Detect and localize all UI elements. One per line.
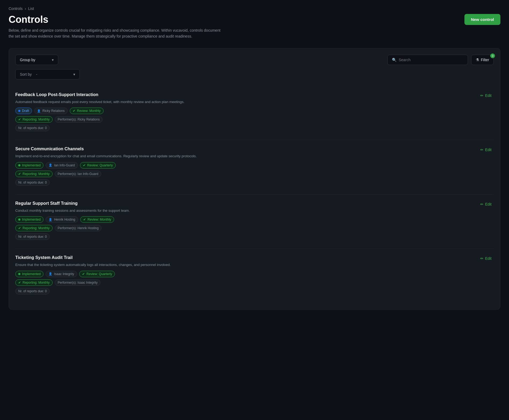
tags-row-reports: Nr. of reports due: 0 (15, 125, 478, 131)
group-by-dropdown[interactable]: Group by ▾ (15, 55, 58, 65)
tags-row-primary: Draft 👤 Ricky Relations ✔ Review: Monthl… (15, 108, 478, 114)
filter-icon: ⚗ (476, 58, 479, 62)
person-tag: 👤 Henrik Hosting (46, 216, 78, 223)
search-icon: 🔍 (392, 58, 397, 62)
tags-row-primary: Implemented 👤 Isaac Integrity ✔ Review: … (15, 271, 478, 277)
controls-panel: Group by ▾ 🔍 ⚗ Filter 0 Sort by - ▾ (9, 48, 500, 310)
search-input[interactable] (399, 58, 463, 62)
edit-icon: ✏ (480, 148, 483, 152)
tags-row-secondary: ✔ Reporting: Monthly Performer(s): Ian I… (15, 171, 478, 177)
chevron-down-icon: ▾ (52, 58, 54, 62)
breadcrumb: Controls › List (9, 6, 500, 11)
check-icon: ✔ (18, 172, 21, 176)
reporting-tag: ✔ Reporting: Monthly (15, 171, 53, 177)
control-content: Secure Communication Channels Implement … (15, 147, 478, 188)
review-tag: ✔ Review: Quarterly (79, 271, 115, 277)
page-title: Controls (9, 14, 223, 25)
review-tag: ✔ Review: Monthly (70, 108, 104, 114)
edit-icon: ✏ (480, 202, 483, 206)
sort-by-value: - (36, 72, 37, 76)
person-tag: 👤 Ian Info-Guard (46, 162, 78, 169)
breadcrumb-separator: › (25, 6, 26, 11)
person-icon: 👤 (49, 163, 52, 167)
filters-row: Group by ▾ 🔍 ⚗ Filter 0 (15, 55, 494, 65)
tags-row-secondary: ✔ Reporting: Monthly Performer(s): Ricky… (15, 116, 478, 123)
review-tag: ✔ Review: Quarterly (80, 162, 116, 169)
check-icon: ✔ (83, 218, 86, 221)
check-icon: ✔ (18, 226, 21, 230)
sort-by-dropdown[interactable]: Sort by - ▾ (15, 69, 80, 79)
person-icon: 👤 (49, 218, 52, 221)
status-badge: Implemented (15, 162, 43, 169)
filter-label: Filter (481, 58, 489, 62)
tags-row-primary: Implemented 👤 Henrik Hosting ✔ Review: M… (15, 216, 478, 223)
check-icon: ✔ (83, 163, 86, 167)
edit-icon: ✏ (480, 93, 483, 98)
table-row: Secure Communication Channels Implement … (15, 140, 494, 195)
performers-tag: Performer(s): Henrik Hosting (55, 225, 102, 231)
check-icon: ✔ (73, 109, 75, 113)
edit-button[interactable]: ✏ Edit (478, 147, 494, 153)
reports-due-tag: Nr. of reports due: 0 (15, 125, 50, 131)
control-description: Ensure that the ticketing system automat… (15, 262, 203, 268)
breadcrumb-current: List (28, 6, 34, 11)
edit-button[interactable]: ✏ Edit (478, 92, 494, 99)
page-description: Below, define and organize controls cruc… (9, 27, 223, 39)
status-dot (18, 273, 20, 275)
tags-row-reports: Nr. of reports due: 0 (15, 179, 478, 186)
control-title: Regular Support Staff Training (15, 201, 478, 206)
status-badge: Implemented (15, 271, 43, 277)
search-box[interactable]: 🔍 (387, 55, 468, 65)
control-title: Feedback Loop Post-Support Interaction (15, 92, 478, 97)
reports-due-tag: Nr. of reports due: 0 (15, 179, 50, 186)
control-content: Ticketing System Audit Trail Ensure that… (15, 255, 478, 297)
reporting-tag: ✔ Reporting: Monthly (15, 225, 53, 231)
tags-row-secondary: ✔ Reporting: Monthly Performer(s): Henri… (15, 225, 478, 231)
page-header: Controls Below, define and organize cont… (9, 14, 500, 39)
status-dot (18, 218, 20, 221)
new-control-button[interactable]: New control (464, 14, 500, 25)
table-row: Feedback Loop Post-Support Interaction A… (15, 86, 494, 140)
edit-button[interactable]: ✏ Edit (478, 201, 494, 207)
control-title: Secure Communication Channels (15, 147, 478, 151)
status-badge: Draft (15, 108, 32, 114)
person-tag: 👤 Ricky Relations (34, 108, 68, 114)
performers-tag: Performer(s): Ian Info-Guard (55, 171, 101, 177)
control-content: Feedback Loop Post-Support Interaction A… (15, 92, 478, 134)
edit-button[interactable]: ✏ Edit (478, 255, 494, 262)
group-by-label: Group by (20, 58, 35, 62)
edit-icon: ✏ (480, 256, 483, 261)
tags-row-secondary: ✔ Reporting: Monthly Performer(s): Isaac… (15, 279, 478, 286)
reporting-tag: ✔ Reporting: Monthly (15, 279, 53, 286)
header-text: Controls Below, define and organize cont… (9, 14, 223, 39)
control-content: Regular Support Staff Training Conduct m… (15, 201, 478, 242)
breadcrumb-parent[interactable]: Controls (9, 6, 23, 11)
control-description: Implement end-to-end encryption for chat… (15, 154, 203, 159)
right-filters: 🔍 ⚗ Filter 0 (387, 55, 494, 65)
person-icon: 👤 (49, 272, 52, 276)
reports-due-tag: Nr. of reports due: 0 (15, 288, 50, 294)
tags-row-primary: Implemented 👤 Ian Info-Guard ✔ Review: Q… (15, 162, 478, 169)
person-icon: 👤 (37, 109, 41, 113)
chevron-down-icon: ▾ (73, 72, 75, 76)
person-tag: 👤 Isaac Integrity (46, 271, 77, 277)
control-description: Conduct monthly training sessions and as… (15, 208, 203, 213)
control-description: Automated feedback request emails post e… (15, 99, 203, 105)
filter-button[interactable]: ⚗ Filter 0 (471, 55, 494, 65)
check-icon: ✔ (18, 281, 21, 284)
filter-badge: 0 (490, 53, 495, 58)
tags-row-reports: Nr. of reports due: 0 (15, 288, 478, 294)
control-title: Ticketing System Audit Trail (15, 255, 478, 260)
tags-row-reports: Nr. of reports due: 0 (15, 233, 478, 240)
status-badge: Implemented (15, 216, 43, 223)
performers-tag: Performer(s): Isaac Integrity (55, 279, 101, 286)
reporting-tag: ✔ Reporting: Monthly (15, 116, 53, 123)
table-row: Ticketing System Audit Trail Ensure that… (15, 249, 494, 303)
reports-due-tag: Nr. of reports due: 0 (15, 233, 50, 240)
controls-list: Feedback Loop Post-Support Interaction A… (15, 86, 494, 303)
status-dot (18, 164, 20, 166)
review-tag: ✔ Review: Monthly (80, 216, 114, 223)
check-icon: ✔ (18, 118, 21, 121)
performers-tag: Performer(s): Ricky Relations (55, 116, 103, 123)
sort-by-label: Sort by (20, 72, 32, 76)
